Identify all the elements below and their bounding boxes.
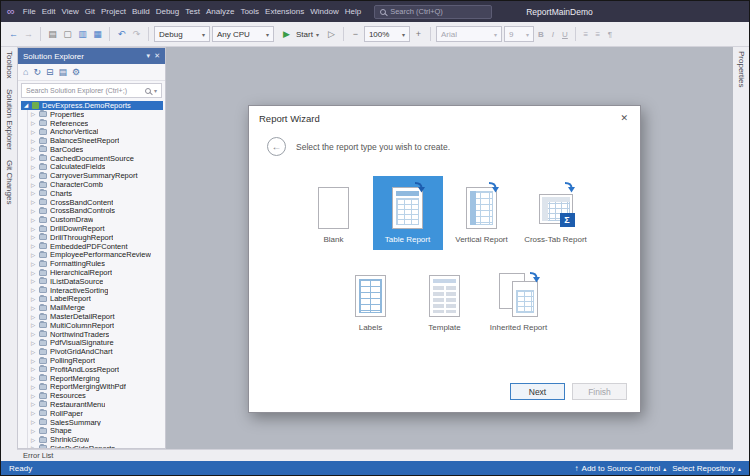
menu-item[interactable]: Project (98, 7, 129, 16)
report-type-inherited[interactable]: Inherited Report (484, 264, 554, 338)
tree-item[interactable]: ▷ ReportMergingWithPdf (28, 383, 165, 392)
chevron-collapsed-icon[interactable]: ▷ (30, 393, 36, 399)
tree-item[interactable]: ▷ Properties (28, 110, 165, 119)
undo-icon[interactable]: ↶ (115, 30, 128, 39)
save-all-icon[interactable]: ▦ (91, 30, 104, 39)
redo-icon[interactable]: ↷ (130, 30, 143, 39)
tree-item[interactable]: ▷ CharacterComb (28, 180, 165, 189)
chevron-collapsed-icon[interactable]: ▷ (30, 155, 36, 161)
font-size-dropdown[interactable]: 9 ▾ (504, 26, 534, 42)
tree-item[interactable]: ▷ EmployeePerformanceReview (28, 251, 165, 260)
side-tab[interactable]: Toolbox (5, 51, 14, 79)
report-type-vertical[interactable]: Vertical Report (447, 176, 517, 250)
add-to-source-control-button[interactable]: ↑ Add to Source Control ▴ (575, 464, 667, 473)
align-left-icon[interactable]: ≡ (581, 30, 591, 39)
chevron-collapsed-icon[interactable]: ▷ (30, 296, 36, 302)
start-debugging-button[interactable]: ▶ Start ▾ (276, 26, 323, 42)
report-type-template[interactable]: Template (410, 264, 480, 338)
tree-item[interactable]: ▷ PdfVisualSignature (28, 339, 165, 348)
chevron-collapsed-icon[interactable]: ▷ (30, 278, 36, 284)
tree-item[interactable]: ▷ Shape (28, 426, 165, 435)
bold-icon[interactable]: B (536, 30, 546, 39)
menu-item[interactable]: Extensions (262, 7, 307, 16)
chevron-collapsed-icon[interactable]: ▷ (30, 437, 36, 443)
chevron-collapsed-icon[interactable]: ▷ (30, 261, 36, 267)
settings-gear-icon[interactable]: ⚙ (72, 68, 80, 77)
tree-item[interactable]: ▷ MultiColumnReport (28, 321, 165, 330)
tree-item[interactable]: ▷ AnchorVertical (28, 127, 165, 136)
zoom-out-icon[interactable]: − (349, 30, 362, 39)
chevron-collapsed-icon[interactable]: ▷ (30, 358, 36, 364)
chevron-collapsed-icon[interactable]: ▷ (30, 428, 36, 434)
chevron-collapsed-icon[interactable]: ▷ (30, 331, 36, 337)
chevron-collapsed-icon[interactable]: ▷ (30, 366, 36, 372)
tree-item[interactable]: ▷ MasterDetailReport (28, 312, 165, 321)
tree-item[interactable]: ▷ ShrinkGrow (28, 435, 165, 444)
menu-item[interactable]: Build (129, 7, 153, 16)
chevron-collapsed-icon[interactable]: ▷ (30, 217, 36, 223)
tree-item[interactable]: ▷ CrossBandContent (28, 198, 165, 207)
chevron-collapsed-icon[interactable]: ▷ (30, 129, 36, 135)
chevron-collapsed-icon[interactable]: ▷ (30, 234, 36, 240)
platform-dropdown[interactable]: Any CPU ▾ (212, 26, 274, 42)
tree-item[interactable]: ▷ Resources (28, 391, 165, 400)
side-tab[interactable]: Solution Explorer (5, 89, 14, 150)
chevron-collapsed-icon[interactable]: ▷ (30, 401, 36, 407)
new-file-icon[interactable]: ▤ (46, 30, 59, 39)
tree-item[interactable]: ▷ ProfitAndLossReport (28, 365, 165, 374)
chevron-collapsed-icon[interactable]: ▷ (30, 199, 36, 205)
tree-item[interactable]: ▷ IListDataSource (28, 277, 165, 286)
start-without-debugging-icon[interactable]: ▷ (325, 30, 338, 39)
menu-item[interactable]: Debug (153, 7, 183, 16)
align-center-icon[interactable]: ≡ (593, 30, 603, 39)
solution-explorer-header[interactable]: Solution Explorer ▾ ✕ (18, 48, 165, 64)
menu-item[interactable]: Edit (39, 7, 59, 16)
tree-item[interactable]: ▷ BarCodes (28, 145, 165, 154)
open-file-icon[interactable]: ▢ (61, 30, 74, 39)
formatting-marks-icon[interactable]: ¶ (605, 30, 615, 39)
chevron-collapsed-icon[interactable]: ▷ (30, 173, 36, 179)
quick-search-input[interactable]: Search (Ctrl+Q) (374, 5, 492, 19)
chevron-collapsed-icon[interactable]: ▷ (30, 252, 36, 258)
menu-item[interactable]: Analyze (203, 7, 237, 16)
font-name-dropdown[interactable]: Arial ▾ (436, 26, 502, 42)
close-icon[interactable]: ✕ (154, 52, 160, 60)
chevron-collapsed-icon[interactable]: ▷ (30, 287, 36, 293)
tree-item[interactable]: ▷ SideBySideReports (28, 444, 165, 448)
home-icon[interactable]: ⌂ (23, 68, 28, 77)
tree-item[interactable]: ▷ SalesSummary (28, 418, 165, 427)
tree-item[interactable]: ▷ PivotGridAndChart (28, 347, 165, 356)
menu-item[interactable]: Test (182, 7, 203, 16)
chevron-collapsed-icon[interactable]: ▷ (30, 384, 36, 390)
tree-item[interactable]: ▷ DrillThroughReport (28, 233, 165, 242)
refresh-icon[interactable]: ↻ (33, 68, 41, 77)
chevron-collapsed-icon[interactable]: ▷ (30, 190, 36, 196)
report-type-blank[interactable]: Blank (299, 176, 369, 250)
tree-item[interactable]: ▷ References (28, 119, 165, 128)
solution-search-input[interactable]: Search Solution Explorer (Ctrl+;) ▾ (21, 83, 162, 98)
chevron-collapsed-icon[interactable]: ▷ (30, 164, 36, 170)
chevron-collapsed-icon[interactable]: ▷ (30, 305, 36, 311)
back-button[interactable]: ← (267, 137, 286, 156)
italic-icon[interactable]: I (548, 30, 558, 39)
tree-item[interactable]: ▷ Charts (28, 189, 165, 198)
menu-item[interactable]: Window (307, 7, 341, 16)
menu-item[interactable]: View (59, 7, 82, 16)
chevron-collapsed-icon[interactable]: ▷ (30, 322, 36, 328)
chevron-collapsed-icon[interactable]: ▷ (30, 419, 36, 425)
show-all-files-icon[interactable]: ▤ (59, 68, 68, 77)
chevron-collapsed-icon[interactable]: ▷ (30, 445, 36, 448)
report-type-labels[interactable]: Labels (336, 264, 406, 338)
window-options-icon[interactable]: ▾ (147, 52, 151, 60)
menu-item[interactable]: Help (342, 7, 364, 16)
chevron-collapsed-icon[interactable]: ▷ (30, 270, 36, 276)
zoom-dropdown[interactable]: 100% ▾ (364, 26, 410, 42)
tree-item[interactable]: ▷ BalanceSheetReport (28, 136, 165, 145)
underline-icon[interactable]: U (560, 30, 570, 39)
tree-item[interactable]: ▷ CrossBandControls (28, 207, 165, 216)
chevron-collapsed-icon[interactable]: ▷ (30, 349, 36, 355)
chevron-collapsed-icon[interactable]: ▷ (30, 120, 36, 126)
tree-item[interactable]: ▷ HierarchicalReport (28, 268, 165, 277)
menu-item[interactable]: Git (82, 7, 98, 16)
navigate-forward-icon[interactable]: → (22, 30, 35, 39)
